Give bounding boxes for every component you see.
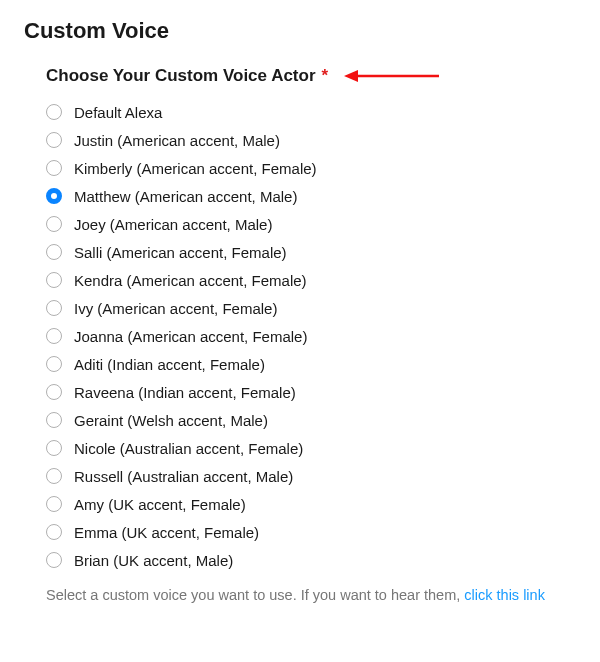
section-title: Choose Your Custom Voice Actor (46, 66, 316, 86)
voice-option[interactable]: Emma (UK accent, Female) (46, 518, 576, 546)
voice-label: Kendra (American accent, Female) (74, 272, 307, 289)
voice-label: Default Alexa (74, 104, 162, 121)
radio-icon (46, 440, 62, 456)
voice-label: Brian (UK accent, Male) (74, 552, 233, 569)
voice-label: Aditi (Indian accent, Female) (74, 356, 265, 373)
voice-option[interactable]: Kimberly (American accent, Female) (46, 154, 576, 182)
radio-icon (46, 468, 62, 484)
voice-label: Amy (UK accent, Female) (74, 496, 246, 513)
voice-label: Ivy (American accent, Female) (74, 300, 277, 317)
voice-label: Emma (UK accent, Female) (74, 524, 259, 541)
voice-option[interactable]: Salli (American accent, Female) (46, 238, 576, 266)
annotation-arrow-icon (344, 69, 439, 83)
voice-label: Kimberly (American accent, Female) (74, 160, 317, 177)
voice-label: Joanna (American accent, Female) (74, 328, 307, 345)
svg-marker-1 (344, 70, 358, 82)
voice-option[interactable]: Default Alexa (46, 98, 576, 126)
voice-option[interactable]: Geraint (Welsh accent, Male) (46, 406, 576, 434)
voice-option[interactable]: Joey (American accent, Male) (46, 210, 576, 238)
voice-label: Salli (American accent, Female) (74, 244, 287, 261)
radio-icon (46, 412, 62, 428)
radio-icon (46, 552, 62, 568)
voice-option[interactable]: Raveena (Indian accent, Female) (46, 378, 576, 406)
voice-label: Matthew (American accent, Male) (74, 188, 297, 205)
voice-option[interactable]: Aditi (Indian accent, Female) (46, 350, 576, 378)
voice-label: Russell (Australian accent, Male) (74, 468, 293, 485)
section-title-row: Choose Your Custom Voice Actor * (46, 66, 576, 86)
radio-icon (46, 160, 62, 176)
voice-label: Joey (American accent, Male) (74, 216, 272, 233)
voice-option[interactable]: Joanna (American accent, Female) (46, 322, 576, 350)
required-indicator-icon: * (322, 66, 329, 86)
voice-radio-group: Default AlexaJustin (American accent, Ma… (46, 98, 576, 574)
radio-icon (46, 300, 62, 316)
radio-icon (46, 328, 62, 344)
voice-option[interactable]: Brian (UK accent, Male) (46, 546, 576, 574)
radio-icon (46, 188, 62, 204)
radio-icon (46, 216, 62, 232)
voice-option[interactable]: Russell (Australian accent, Male) (46, 462, 576, 490)
voice-label: Justin (American accent, Male) (74, 132, 280, 149)
voice-option[interactable]: Kendra (American accent, Female) (46, 266, 576, 294)
voice-hint-text: Select a custom voice you want to use. I… (46, 582, 576, 609)
hint-prefix: Select a custom voice you want to use. I… (46, 587, 464, 603)
voice-option[interactable]: Ivy (American accent, Female) (46, 294, 576, 322)
voice-option[interactable]: Amy (UK accent, Female) (46, 490, 576, 518)
radio-icon (46, 104, 62, 120)
radio-icon (46, 132, 62, 148)
voice-label: Raveena (Indian accent, Female) (74, 384, 296, 401)
listen-link[interactable]: click this link (464, 587, 545, 603)
page-title: Custom Voice (24, 18, 576, 44)
radio-icon (46, 384, 62, 400)
voice-option[interactable]: Matthew (American accent, Male) (46, 182, 576, 210)
radio-icon (46, 524, 62, 540)
radio-icon (46, 356, 62, 372)
custom-voice-section: Choose Your Custom Voice Actor * Default… (24, 66, 576, 609)
radio-icon (46, 496, 62, 512)
radio-icon (46, 272, 62, 288)
radio-icon (46, 244, 62, 260)
voice-option[interactable]: Nicole (Australian accent, Female) (46, 434, 576, 462)
voice-label: Geraint (Welsh accent, Male) (74, 412, 268, 429)
voice-option[interactable]: Justin (American accent, Male) (46, 126, 576, 154)
voice-label: Nicole (Australian accent, Female) (74, 440, 303, 457)
